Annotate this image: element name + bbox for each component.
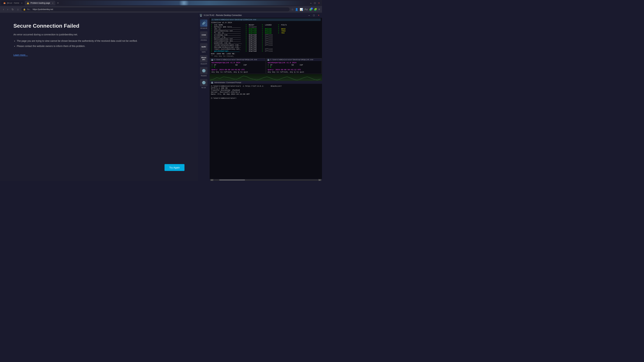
- gkuplink-label: GKUpLink: [200, 27, 207, 29]
- gk-panel-1: 💻 C:\Users\Administrator\Desktop\GKUpLin…: [210, 58, 266, 74]
- lock-icon: 🔒: [23, 8, 26, 10]
- scrollbar-track[interactable]: [214, 179, 318, 180]
- extension-button[interactable]: 🧩 7: [309, 8, 312, 11]
- iis-col-loaded: LOADED: [265, 24, 277, 26]
- iis-site-row-8: + wodenldc.com.au__________ + Started + …: [211, 42, 321, 44]
- graph-button[interactable]: 📊: [300, 8, 303, 11]
- rd-title-bar: 🖥️ 3.114.70.42 - Remote Desktop Connecti…: [198, 13, 322, 18]
- iis-site-row-5: + pcuser.org______________ + Started + O…: [211, 36, 321, 38]
- main-content-area: Secure Connection Failed An error occurr…: [0, 13, 322, 181]
- sidebar-item-iisonline[interactable]: IISO IISOnline: [198, 30, 209, 42]
- error-bullet-1: The page you are trying to view cannot b…: [17, 39, 184, 43]
- browser-close-button[interactable]: ×: [317, 1, 321, 5]
- new-tab-button[interactable]: +: [56, 1, 60, 5]
- tab1-icon: 🦊: [3, 2, 6, 4]
- tab1-label: jbn.ai ~ home: [7, 2, 19, 4]
- learn-more-link[interactable]: Learn more…: [14, 54, 184, 56]
- extensions-list-button[interactable]: 🧩: [314, 8, 317, 11]
- tab1-close[interactable]: ×: [21, 2, 22, 4]
- gk1-icon: 💻: [211, 59, 213, 61]
- iis-header-row: + IIS NAME + READY + LOADED + PID/S: [211, 24, 321, 26]
- iis-site-row-0: + Default Web Site________ + Stopped + +: [211, 26, 321, 28]
- bookmark-button[interactable]: ☆: [291, 8, 294, 11]
- waveform-area: [210, 74, 322, 81]
- browser-tab-1[interactable]: 🦊 jbn.ai ~ home ×: [1, 1, 24, 5]
- gk2-data-row: + 0: [268, 66, 320, 68]
- iis-terminal: C:\Users\Administrator\Desktop\IISOnline…: [210, 18, 322, 58]
- gk1-path: C:\Users\Administrator\Desktop\GKUpLink.…: [214, 59, 257, 61]
- person-button[interactable]: 👤: [295, 8, 298, 11]
- gk1-prompt: Any key to refresh, Any Q to quit: [212, 71, 264, 73]
- gkuplink-icon: 🔗: [200, 19, 208, 27]
- iis-terminal-path: C:\Users\Administrator\Desktop\IISOnline…: [212, 19, 256, 21]
- gk2-content: GateKeeperUpLink v1.0 2024 + IP N0 ISP +: [266, 61, 322, 74]
- gk2-prompt: Any key to refresh, Any Q to quit: [268, 71, 320, 73]
- iis-col-pid: PID/S: [281, 24, 286, 26]
- gk-panel-2: 💻 C:\Users\Administrator\Desktop\GKUpLin…: [266, 58, 322, 74]
- remote-desktop-panel: 🖥️ 3.114.70.42 - Remote Desktop Connecti…: [198, 13, 322, 181]
- browser-window-controls: – □ ×: [309, 1, 321, 5]
- refresh-button[interactable]: ↻: [10, 7, 15, 12]
- iis-site-row-7: + justinbentley.dev_______ + Started + O…: [211, 40, 321, 42]
- nerv-icon: NeRV: [200, 43, 208, 51]
- cmd-line-0: C:\Users\Administrator>curl -i http://12…: [211, 85, 321, 87]
- cmd-line-5: [211, 95, 321, 97]
- gk2-icon: 💻: [267, 59, 269, 61]
- browser-maximize-button[interactable]: □: [313, 1, 316, 5]
- gk2-query: Query: 2024-09-06 04:43:12 UTC: [268, 69, 320, 71]
- sidebar-item-gkuplink[interactable]: 🔗 GKUpLink: [198, 18, 209, 30]
- abuseapi-icon: AbuseAPI: [200, 55, 208, 62]
- sidebar-item-nerv[interactable]: NeRV NeRV: [198, 42, 209, 54]
- rd-close-button[interactable]: ×: [317, 13, 320, 17]
- iis-site-row-4: + arcaneww.com____________ + Started + O…: [211, 34, 321, 36]
- try-again-button[interactable]: Try Again: [164, 164, 184, 171]
- sidebar-item-abuseapi[interactable]: AbuseAPI AbuseAPI: [198, 54, 209, 66]
- cmd-title-bar: 💻 Administrator: Command Prompt: [210, 81, 322, 84]
- browser-tab-2[interactable]: ⚠️ Problem loading page ×: [25, 1, 55, 5]
- sidebar-item-resetiis[interactable]: ⚙️ ResetIIS: [198, 66, 209, 78]
- waveform-svg: [210, 74, 322, 81]
- address-display: No...: [27, 8, 31, 10]
- cmd-title-text: Administrator: Command Prompt: [214, 81, 241, 83]
- iis-site-row-2: + justinbentley.net_______ + Started + O…: [211, 30, 321, 32]
- rd-maximize-button[interactable]: □: [312, 13, 316, 17]
- gk1-data-row: + 0: [212, 66, 264, 68]
- decorative-orb: [179, 1, 189, 5]
- horizontal-scrollbar[interactable]: ‹ ›: [210, 179, 322, 181]
- forward-button[interactable]: ›: [6, 7, 9, 11]
- gk1-headers: + IP N0 ISP: [212, 64, 264, 66]
- cmd-icon: 💻: [211, 81, 213, 83]
- scrollbar-thumb[interactable]: [219, 179, 245, 180]
- cmd-line-6: C:\Users\Administrator>: [211, 97, 321, 99]
- iis-site-row-6: + dennisbentley.net_______ + Started + O…: [211, 38, 321, 40]
- rd-minimize-button[interactable]: –: [308, 13, 311, 17]
- tab2-icon: ⚠️: [27, 2, 29, 4]
- browser-error-page: Secure Connection Failed An error occurr…: [0, 13, 198, 181]
- tab-bar: 🦊 jbn.ai ~ home × ⚠️ Problem loading pag…: [0, 0, 322, 6]
- rd-sidebar: 🔗 GKUpLink IISO IISOnline: [198, 18, 210, 181]
- cmd-line-3: Server: Microsoft-IIS/10.0: [211, 91, 321, 93]
- error-description: An error occurred during a connection to…: [14, 33, 184, 36]
- iis-any-key-line: ** Any key to rescan,: [211, 55, 321, 57]
- address-bar[interactable]: 🔒 No... https://justinbentley.net: [21, 7, 290, 12]
- reader-mode-button[interactable]: Aa: [304, 8, 308, 11]
- back-button[interactable]: ‹: [2, 7, 5, 11]
- rd-content-area: 🔗 GKUpLink IISO IISOnline: [198, 18, 322, 181]
- sidebar-item-regk[interactable]: ⚙️ Re GK: [198, 78, 209, 89]
- resetiis-icon: ⚙️: [200, 67, 208, 74]
- gk1-title-text: GateKeeperUpLink v1.0 2024: [212, 62, 264, 64]
- iis-site-row-11: + react.justinbentley.net_ + Started + O…: [211, 48, 321, 50]
- gk-panels-row: 💻 C:\Users\Administrator\Desktop\GKUpLin…: [210, 58, 322, 74]
- iis-terminal-title-bar: C:\Users\Administrator\Desktop\IISOnline…: [211, 18, 321, 21]
- scrollbar-left-btn[interactable]: ‹: [210, 179, 214, 181]
- home-button[interactable]: ⌂: [16, 7, 20, 11]
- scrollbar-right-btn[interactable]: ›: [318, 179, 321, 181]
- error-bullet-2: Please contact the website owners to inf…: [17, 44, 184, 48]
- iis-col-ready: READY: [249, 24, 260, 26]
- iisonline-label: IISOnline: [200, 39, 207, 41]
- menu-button[interactable]: ≡: [318, 8, 320, 11]
- tab2-close[interactable]: ×: [52, 2, 54, 4]
- browser-minimize-button[interactable]: –: [309, 1, 312, 5]
- error-title: Secure Connection Failed: [14, 23, 184, 29]
- cmd-line-4: Date: Fri, 06 Sep 2024 04:43:09 GMT: [211, 93, 321, 95]
